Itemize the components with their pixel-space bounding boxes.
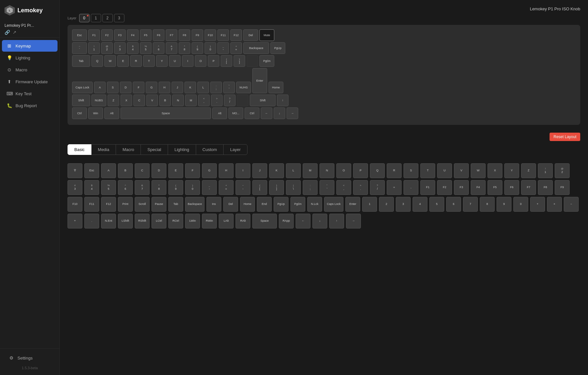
picker-key-n2-num[interactable]: 2	[379, 197, 394, 212]
picker-key-quote-sym[interactable]: "'	[320, 180, 334, 195]
picker-key-n4-num[interactable]: 4	[413, 197, 427, 212]
key-left[interactable]: ←	[261, 107, 272, 119]
key-p[interactable]: P	[208, 55, 219, 67]
key-lalt[interactable]: Alt	[104, 107, 119, 119]
picker-key-b[interactable]: B	[118, 163, 133, 178]
picker-key-s[interactable]: S	[404, 163, 418, 178]
picker-key-f7[interactable]: F7	[521, 180, 536, 195]
sidebar-item-lighting[interactable]: 💡 Lighting	[2, 52, 58, 64]
picker-key-n2[interactable]: @2	[555, 163, 570, 178]
key-f1[interactable]: F1	[88, 29, 100, 41]
key-f4[interactable]: F4	[127, 29, 139, 41]
tab-lighting[interactable]: Lighting	[168, 144, 196, 155]
picker-key-n9[interactable]: (9	[168, 180, 183, 195]
picker-key-n0[interactable]: )0	[185, 180, 200, 195]
key-space[interactable]: Space	[121, 107, 211, 119]
picker-key-n6-num[interactable]: 6	[446, 197, 461, 212]
picker-key-scroll[interactable]: Scroll	[135, 197, 150, 212]
key-capslock[interactable]: Caps Lock	[72, 82, 93, 93]
key-2[interactable]: @2	[101, 42, 113, 54]
key-pgdn[interactable]: PgDn	[259, 55, 274, 67]
picker-key-tilde-sym[interactable]: ~-	[236, 180, 250, 195]
picker-key-nument[interactable]: N.Ent	[101, 214, 116, 228]
key-f7[interactable]: F7	[166, 29, 177, 41]
picker-key-down[interactable]: ↓	[312, 214, 327, 228]
key-rctrl[interactable]: Ctrl	[245, 107, 259, 119]
key-f2[interactable]: F2	[101, 29, 113, 41]
picker-key-space[interactable]: Space	[252, 214, 277, 228]
key-n[interactable]: N	[172, 95, 184, 106]
picker-key-ins[interactable]: Ins	[206, 197, 221, 212]
picker-key-n[interactable]: N	[320, 163, 334, 178]
key-9[interactable]: (9	[192, 42, 203, 54]
picker-key-empty[interactable]: ∇	[68, 163, 82, 178]
picker-key-tab[interactable]: Tab	[168, 197, 183, 212]
key-win[interactable]: Win	[88, 107, 103, 119]
key-backspace[interactable]: Backspace	[243, 42, 269, 54]
picker-key-i[interactable]: I	[236, 163, 250, 178]
key-f11[interactable]: F11	[217, 29, 229, 41]
picker-key-k[interactable]: K	[269, 163, 284, 178]
picker-key-f6[interactable]: F6	[504, 180, 519, 195]
key-q[interactable]: Q	[91, 55, 103, 67]
key-4[interactable]: $4	[127, 42, 139, 54]
layer-tab-0[interactable]: 0	[79, 14, 89, 22]
key-m[interactable]: M	[185, 95, 197, 106]
key-quote[interactable]: "'	[223, 82, 235, 93]
picker-key-f10[interactable]: F10	[68, 197, 82, 212]
key-pgup[interactable]: PgUp	[270, 42, 285, 54]
picker-key-l[interactable]: L	[286, 163, 301, 178]
picker-key-backspace[interactable]: Backspace	[185, 197, 205, 212]
picker-key-comma2-sym[interactable]: ,	[404, 180, 418, 195]
picker-key-f2[interactable]: F2	[437, 180, 452, 195]
picker-key-f4[interactable]: F4	[471, 180, 486, 195]
key-rbracket[interactable]: }]	[234, 55, 245, 67]
key-w[interactable]: W	[104, 55, 116, 67]
sidebar-item-macro[interactable]: ⊙ Macro	[2, 64, 58, 76]
key-h[interactable]: H	[159, 82, 170, 93]
key-lshift[interactable]: Shift	[72, 95, 90, 106]
key-tilde[interactable]: ~`	[72, 42, 87, 54]
picker-key-n8-num[interactable]: 8	[480, 197, 495, 212]
tab-media[interactable]: Media	[91, 144, 116, 155]
picker-key-pgup[interactable]: PgUp	[274, 197, 289, 212]
picker-key-j[interactable]: J	[252, 163, 267, 178]
key-up[interactable]: ↑	[277, 95, 289, 106]
picker-key-e[interactable]: E	[168, 163, 183, 178]
picker-key-z[interactable]: Z	[521, 163, 536, 178]
tab-macro[interactable]: Macro	[116, 144, 141, 155]
key-del[interactable]: Del	[243, 29, 258, 41]
key-comma[interactable]: <,	[198, 95, 210, 106]
key-enter[interactable]: Enter	[252, 68, 267, 93]
picker-key-o[interactable]: O	[336, 163, 351, 178]
picker-key-p[interactable]: P	[353, 163, 368, 178]
key-f9[interactable]: F9	[192, 29, 203, 41]
key-down[interactable]: ↓	[274, 107, 285, 119]
picker-key-f8[interactable]: F8	[538, 180, 553, 195]
key-y[interactable]: Y	[156, 55, 168, 67]
tab-special[interactable]: Special	[141, 144, 168, 155]
picker-key-t[interactable]: T	[420, 163, 435, 178]
picker-key-period-sym[interactable]: >.	[353, 180, 368, 195]
layer-tab-2[interactable]: 2	[102, 14, 113, 22]
sidebar-item-firmware[interactable]: ⬆ Firmware Update	[2, 76, 58, 87]
picker-key-u[interactable]: U	[437, 163, 452, 178]
picker-key-right[interactable]: →	[346, 214, 361, 228]
picker-key-rbracket-sym[interactable]: }]	[269, 180, 284, 195]
picker-key-lctrl[interactable]: LCtrl	[152, 214, 166, 228]
key-minus[interactable]: _-	[217, 42, 229, 54]
device-external-icon[interactable]: ↗	[13, 30, 16, 35]
key-s[interactable]: S	[107, 82, 119, 93]
picker-key-v[interactable]: V	[454, 163, 469, 178]
picker-key-esc[interactable]: Esc	[84, 163, 99, 178]
key-0[interactable]: )0	[205, 42, 216, 54]
picker-key-up[interactable]: ↑	[329, 214, 344, 228]
key-7[interactable]: &7	[166, 42, 177, 54]
key-lctrl[interactable]: Ctrl	[72, 107, 87, 119]
picker-key-lalt[interactable]: LAlt	[219, 214, 234, 228]
picker-key-m[interactable]: M	[303, 163, 318, 178]
picker-key-backslash-sym[interactable]: |\	[286, 180, 301, 195]
picker-key-h[interactable]: H	[219, 163, 234, 178]
picker-key-f[interactable]: F	[185, 163, 200, 178]
key-nubs[interactable]: NUBS	[91, 95, 106, 106]
